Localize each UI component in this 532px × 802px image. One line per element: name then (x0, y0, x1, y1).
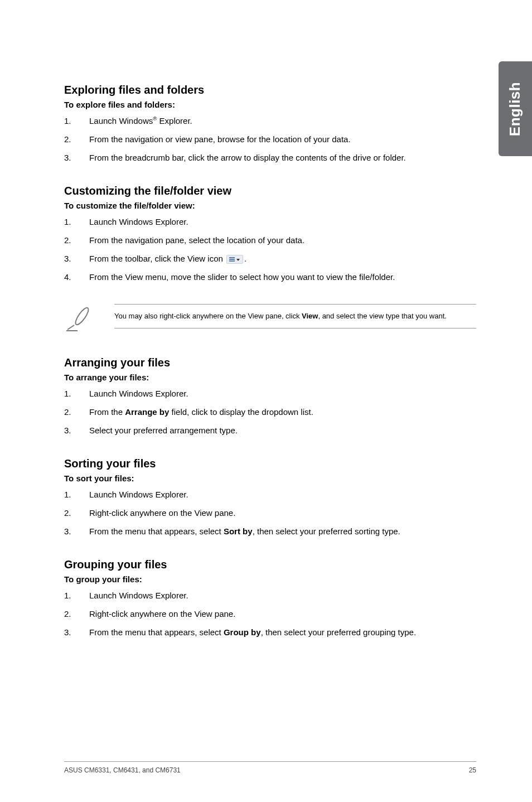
note-callout: You may also right-click anywhere on the… (64, 304, 476, 334)
item-text: Right-click anywhere on the View pane. (89, 508, 235, 518)
list-item: 1. Launch Windows® Explorer. (64, 115, 476, 127)
subhead-arranging: To arrange your files: (64, 373, 476, 382)
subhead-exploring: To explore files and folders: (64, 100, 476, 109)
item-text: From the Arrange by field, click to disp… (89, 407, 313, 417)
section-grouping: Grouping your files To group your files:… (64, 558, 476, 638)
svg-point-0 (74, 306, 90, 326)
section-customizing: Customizing the file/folder view To cust… (64, 185, 476, 283)
item-number: 2. (64, 133, 71, 145)
item-number: 1. (64, 216, 71, 228)
item-number: 2. (64, 234, 71, 246)
subhead-customizing: To customize the file/folder view: (64, 201, 476, 210)
item-number: 1. (64, 388, 71, 399)
heading-grouping: Grouping your files (64, 558, 476, 571)
item-number: 2. (64, 608, 71, 620)
heading-customizing: Customizing the file/folder view (64, 185, 476, 197)
list-customizing: 1. Launch Windows Explorer. 2. From the … (64, 216, 476, 283)
view-dropdown-icon (226, 255, 243, 264)
item-number: 1. (64, 115, 71, 127)
subhead-grouping: To group your files: (64, 574, 476, 584)
item-text: From the View menu, move the slider to s… (89, 272, 395, 282)
item-number: 1. (64, 489, 71, 500)
item-text: From the menu that appears, select Sort … (89, 526, 400, 536)
item-text: From the breadcrumb bar, click the arrow… (89, 153, 406, 162)
footer-model: ASUS CM6331, CM6431, and CM6731 (64, 766, 181, 774)
list-exploring: 1. Launch Windows® Explorer. 2. From the… (64, 115, 476, 163)
item-text: Launch Windows Explorer. (89, 490, 188, 499)
item-text: From the toolbar, click the View icon . (89, 254, 246, 263)
item-text: Select your preferred arrangement type. (89, 426, 238, 435)
list-item: 3. From the menu that appears, select So… (64, 525, 476, 537)
pen-icon (64, 304, 92, 334)
footer-page-number: 25 (469, 766, 476, 774)
subhead-sorting: To sort your files: (64, 474, 476, 483)
list-item: 1. Launch Windows Explorer. (64, 590, 476, 601)
item-text: From the navigation or view pane, browse… (89, 134, 351, 144)
section-arranging: Arranging your files To arrange your fil… (64, 356, 476, 436)
list-grouping: 1. Launch Windows Explorer. 2. Right-cli… (64, 590, 476, 638)
list-item: 2. Right-click anywhere on the View pane… (64, 507, 476, 519)
item-number: 4. (64, 271, 71, 283)
heading-exploring: Exploring files and folders (64, 84, 476, 96)
item-number: 1. (64, 590, 71, 601)
item-number: 2. (64, 507, 71, 519)
language-label: English (507, 81, 524, 136)
item-number: 3. (64, 525, 71, 537)
list-sorting: 1. Launch Windows Explorer. 2. Right-cli… (64, 489, 476, 537)
item-text: From the navigation pane, select the loc… (89, 235, 304, 245)
item-number: 3. (64, 253, 71, 264)
list-item: 3. From the breadcrumb bar, click the ar… (64, 152, 476, 163)
section-exploring: Exploring files and folders To explore f… (64, 84, 476, 163)
list-item: 4. From the View menu, move the slider t… (64, 271, 476, 283)
list-item: 1. Launch Windows Explorer. (64, 489, 476, 500)
section-sorting: Sorting your files To sort your files: 1… (64, 457, 476, 537)
item-number: 3. (64, 152, 71, 163)
list-item: 1. Launch Windows Explorer. (64, 388, 476, 399)
item-text: Launch Windows Explorer. (89, 591, 188, 600)
list-item: 2. From the navigation pane, select the … (64, 234, 476, 246)
heading-arranging: Arranging your files (64, 356, 476, 369)
page-footer: ASUS CM6331, CM6431, and CM6731 25 (64, 761, 476, 774)
list-arranging: 1. Launch Windows Explorer. 2. From the … (64, 388, 476, 436)
callout-text: You may also right-click anywhere on the… (114, 304, 476, 328)
item-text: From the menu that appears, select Group… (89, 627, 416, 637)
item-number: 2. (64, 406, 71, 418)
language-side-tab: English (499, 61, 532, 156)
list-item: 3. Select your preferred arrangement typ… (64, 424, 476, 436)
list-item: 1. Launch Windows Explorer. (64, 216, 476, 228)
list-item: 3. From the toolbar, click the View icon… (64, 253, 476, 264)
list-item: 2. Right-click anywhere on the View pane… (64, 608, 476, 620)
item-number: 3. (64, 626, 71, 638)
item-text: Right-click anywhere on the View pane. (89, 609, 235, 619)
heading-sorting: Sorting your files (64, 457, 476, 470)
list-item: 3. From the menu that appears, select Gr… (64, 626, 476, 638)
item-number: 3. (64, 424, 71, 436)
list-item: 2. From the navigation or view pane, bro… (64, 133, 476, 145)
page-content: Exploring files and folders To explore f… (0, 0, 532, 687)
list-item: 2. From the Arrange by field, click to d… (64, 406, 476, 418)
item-text: Launch Windows Explorer. (89, 217, 188, 226)
item-text: Launch Windows® Explorer. (89, 116, 192, 125)
item-text: Launch Windows Explorer. (89, 389, 188, 398)
